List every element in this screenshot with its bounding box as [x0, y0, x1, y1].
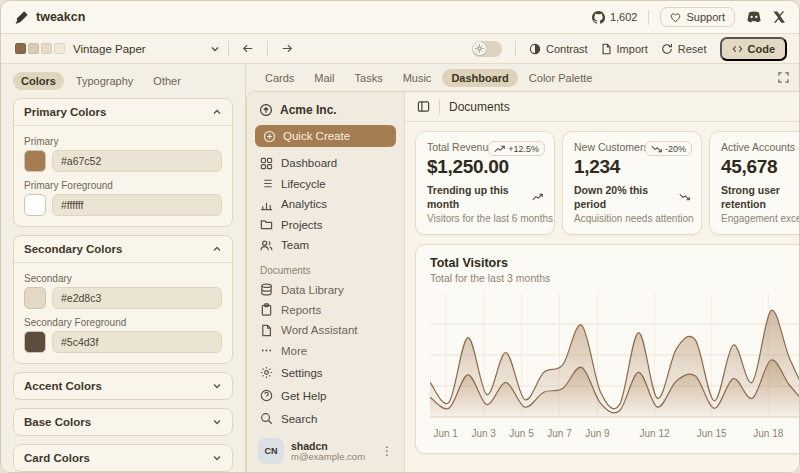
chevron-down-icon[interactable] — [210, 44, 220, 54]
tab-colors[interactable]: Colors — [13, 72, 64, 90]
github-icon — [592, 11, 605, 24]
quick-create-button[interactable]: Quick Create — [255, 125, 396, 147]
section-header[interactable]: Card Colors — [14, 445, 232, 471]
sidebar-item-dashboard[interactable]: Dashboard — [255, 153, 396, 173]
editor-tabs: Colors Typography Other — [13, 72, 233, 90]
org-name: Acme Inc. — [280, 103, 337, 117]
preview-area: Cards Mail Tasks Music Dashboard Color P… — [246, 64, 799, 472]
color-hex-input[interactable] — [52, 194, 222, 216]
trend-up-icon — [532, 193, 543, 201]
code-button[interactable]: Code — [720, 37, 788, 61]
theme-toolbar: Vintage Paper — [1, 34, 799, 64]
theme-swatch-2 — [28, 43, 39, 54]
fullscreen-icon[interactable] — [778, 72, 789, 83]
layout-grid-icon — [260, 157, 273, 170]
reset-button[interactable]: Reset — [661, 43, 707, 55]
clipboard-icon — [260, 303, 273, 316]
tab-color-palette[interactable]: Color Palette — [520, 69, 602, 87]
tab-mail[interactable]: Mail — [305, 69, 343, 87]
theme-swatch-4 — [54, 43, 65, 54]
section-header[interactable]: Primary Colors — [14, 99, 232, 125]
field-label: Secondary Foreground — [24, 317, 222, 328]
divider — [228, 41, 229, 56]
dashboard-main: Documents Total Revenue +12.5% $1,250.00… — [405, 92, 799, 472]
chevron-down-icon — [212, 381, 222, 391]
users-icon — [260, 239, 273, 252]
divider — [267, 41, 268, 56]
dashboard-header: Documents — [405, 92, 799, 122]
file-icon — [260, 324, 273, 337]
total-visitors-chart[interactable]: Jun 1Jun 3Jun 5Jun 7Jun 9Jun 12Jun 15Jun… — [430, 293, 799, 443]
tab-cards[interactable]: Cards — [256, 69, 303, 87]
top-bar: tweakcn 1,602 Support — [1, 1, 799, 34]
sidebar-item-data-library[interactable]: Data Library — [255, 279, 396, 299]
dashboard-sidebar: Acme Inc. Quick Create Dashboard — [247, 92, 405, 472]
trend-down-icon — [651, 145, 662, 153]
color-swatch[interactable] — [24, 194, 46, 216]
divider — [648, 10, 649, 25]
section-header[interactable]: Accent Colors — [14, 373, 232, 399]
section-header[interactable]: Base Colors — [14, 409, 232, 435]
sidebar-item-reports[interactable]: Reports — [255, 300, 396, 320]
sidebar-item-more[interactable]: More — [255, 341, 396, 361]
discord-icon[interactable] — [746, 11, 762, 23]
theme-swatches — [15, 43, 65, 54]
sidebar-toggle-icon[interactable] — [417, 100, 430, 113]
redo-arrow-button[interactable] — [276, 39, 298, 59]
org-switcher[interactable]: Acme Inc. — [255, 101, 396, 125]
section-header[interactable]: Secondary Colors — [14, 236, 232, 262]
sidebar-item-lifecycle[interactable]: Lifecycle — [255, 174, 396, 194]
sidebar-item-word-assistant[interactable]: Word Assistant — [255, 320, 396, 340]
x-twitter-icon[interactable] — [773, 11, 785, 23]
github-stars[interactable]: 1,602 — [592, 11, 638, 24]
section-base-colors: Base Colors — [13, 408, 233, 436]
stat-value: 45,678 — [721, 156, 799, 178]
kebab-menu-icon[interactable]: ⋮ — [381, 444, 393, 458]
sidebar-item-get-help[interactable]: Get Help — [255, 384, 396, 407]
color-swatch[interactable] — [24, 331, 46, 353]
import-button[interactable]: Import — [601, 43, 648, 55]
sidebar-item-search[interactable]: Search — [255, 407, 396, 430]
preview-tabs: Cards Mail Tasks Music Dashboard Color P… — [246, 64, 799, 91]
section-card-colors: Card Colors — [13, 444, 233, 472]
color-hex-input[interactable] — [52, 150, 222, 172]
trend-down-icon — [679, 193, 690, 201]
svg-text:Jun 9: Jun 9 — [585, 428, 610, 439]
stats-cards-row: Total Revenue +12.5% $1,250.00 Trending … — [405, 122, 799, 235]
color-swatch[interactable] — [24, 150, 46, 172]
chevron-down-icon — [212, 453, 222, 463]
dashboard-preview: Acme Inc. Quick Create Dashboard — [246, 91, 799, 472]
tweakcn-logo-icon — [15, 10, 29, 24]
theme-selector[interactable]: Vintage Paper — [73, 43, 146, 55]
tab-tasks[interactable]: Tasks — [346, 69, 392, 87]
color-hex-input[interactable] — [52, 287, 222, 309]
field-label: Secondary — [24, 273, 222, 284]
divider — [439, 99, 440, 114]
tab-music[interactable]: Music — [394, 69, 441, 87]
chart-subtitle: Total for the last 3 months — [430, 272, 799, 284]
light-dark-toggle[interactable] — [472, 41, 502, 57]
section-secondary-colors: Secondary Colors Secondary Secondary For… — [13, 235, 233, 364]
support-button[interactable]: Support — [660, 7, 735, 27]
chart-bar-icon — [260, 198, 273, 211]
app-window: tweakcn 1,602 Support — [0, 0, 800, 473]
undo-arrow-button[interactable] — [237, 39, 259, 59]
user-menu[interactable]: CN shadcn m@example.com ⋮ — [255, 434, 396, 464]
github-star-count: 1,602 — [610, 11, 638, 23]
chevron-up-icon — [212, 244, 222, 254]
color-hex-input[interactable] — [52, 331, 222, 353]
tab-other[interactable]: Other — [145, 72, 189, 90]
svg-text:Jun 7: Jun 7 — [547, 428, 572, 439]
sidebar-item-analytics[interactable]: Analytics — [255, 194, 396, 214]
sidebar-item-projects[interactable]: Projects — [255, 214, 396, 234]
sidebar-item-team[interactable]: Team — [255, 235, 396, 255]
tab-dashboard[interactable]: Dashboard — [442, 69, 517, 87]
avatar: CN — [258, 438, 284, 464]
brand[interactable]: tweakcn — [15, 10, 85, 24]
svg-text:Jun 18: Jun 18 — [753, 428, 783, 439]
color-swatch[interactable] — [24, 287, 46, 309]
folder-icon — [260, 218, 273, 231]
tab-typography[interactable]: Typography — [68, 72, 141, 90]
sidebar-item-settings[interactable]: Settings — [255, 361, 396, 384]
contrast-button[interactable]: Contrast — [529, 43, 588, 55]
